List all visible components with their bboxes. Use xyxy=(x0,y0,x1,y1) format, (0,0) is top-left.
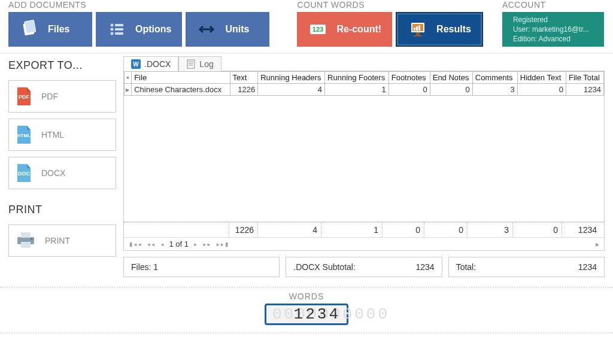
pdf-icon: PDF xyxy=(15,86,33,107)
cell-text: 1226 xyxy=(230,84,258,96)
table-header: ▪ File Text Running Headers Running Foot… xyxy=(125,72,604,84)
options-button[interactable]: Options xyxy=(96,12,182,47)
totals-row: 1226 4 1 0 0 3 0 1234 xyxy=(124,222,604,237)
log-icon xyxy=(186,59,196,69)
export-docx-button[interactable]: DOC DOCX xyxy=(8,157,116,189)
pager-next[interactable]: ▸ xyxy=(193,240,198,248)
account-panel[interactable]: Registered User: marketing16@tr... Editi… xyxy=(502,12,604,47)
files-button-label: Files xyxy=(48,24,69,35)
svg-rect-21 xyxy=(21,232,31,238)
tab-log[interactable]: Log xyxy=(178,56,221,71)
summary-total-label: Total: xyxy=(456,262,476,272)
pager-status: 1 of 1 xyxy=(169,239,189,248)
pager-prev-page[interactable]: ◂◂ xyxy=(147,240,155,248)
svg-point-23 xyxy=(31,238,33,239)
svg-text:W: W xyxy=(133,61,139,68)
counter-value: 1234 xyxy=(294,305,341,323)
cell-rf: 1 xyxy=(325,84,389,96)
recount-button[interactable]: 123 Re-count! xyxy=(297,12,392,47)
cell-en: 0 xyxy=(430,84,472,96)
pager-last[interactable]: ▸▸▮ xyxy=(216,240,229,248)
svg-rect-26 xyxy=(187,60,195,68)
cell-ht: 0 xyxy=(517,84,566,96)
presentation-icon xyxy=(408,19,428,40)
word-counter: 0000000000 1234 xyxy=(265,304,348,325)
cell-total: 1234 xyxy=(566,84,604,96)
cell-file: Chinese Characters.docx xyxy=(132,84,230,96)
svg-text:123: 123 xyxy=(312,26,323,33)
svg-rect-16 xyxy=(418,25,420,31)
export-pdf-button[interactable]: PDF PDF xyxy=(8,80,116,113)
pager-first[interactable]: ▮◂◂ xyxy=(129,240,142,248)
col-footnotes[interactable]: Footnotes xyxy=(389,72,430,84)
files-button[interactable]: Files xyxy=(8,12,92,47)
list-icon xyxy=(107,19,127,40)
print-button[interactable]: PRINT xyxy=(8,225,116,257)
results-button-label: Results xyxy=(436,24,471,35)
doc-icon: DOC xyxy=(15,163,33,183)
cell-fn: 0 xyxy=(389,84,430,96)
export-html-label: HTML xyxy=(41,130,64,139)
svg-text:PDF: PDF xyxy=(19,94,30,100)
account-user: User: marketing16@tr... xyxy=(513,25,589,34)
col-filetotal[interactable]: File Total xyxy=(566,72,604,84)
summary-subtotal: .DOCX Subtotal: 1234 xyxy=(286,257,442,277)
col-file[interactable]: File xyxy=(132,72,230,84)
row-indicator: ▸ xyxy=(125,84,132,96)
grid-pager: ▮◂◂ ◂◂ ◂ 1 of 1 ▸ ▸▸ ▸▸▮ ▸ xyxy=(124,237,604,250)
svg-rect-22 xyxy=(21,242,31,248)
account-edition: Edition: Advanced xyxy=(513,35,570,43)
svg-point-2 xyxy=(111,24,114,27)
svg-rect-1 xyxy=(25,20,36,33)
add-documents-label: ADD DOCUMENTS xyxy=(8,0,269,10)
results-button[interactable]: Results xyxy=(396,12,483,47)
svg-point-4 xyxy=(111,32,114,35)
summary-total: Total: 1234 xyxy=(448,257,605,277)
summary-subtotal-label: .DOCX Subtotal: xyxy=(293,262,356,272)
pager-prev[interactable]: ◂ xyxy=(160,240,164,248)
summary-total-value: 1234 xyxy=(578,262,597,272)
export-pdf-label: PDF xyxy=(41,92,58,101)
results-grid: ▪ File Text Running Headers Running Foot… xyxy=(123,71,605,251)
units-button[interactable]: Units xyxy=(186,12,269,47)
counter-icon: 123 xyxy=(308,19,328,40)
svg-rect-12 xyxy=(416,32,420,35)
col-text[interactable]: Text xyxy=(230,72,258,84)
col-comments[interactable]: Comments xyxy=(472,72,517,84)
svg-rect-7 xyxy=(115,32,123,35)
files-icon xyxy=(19,19,40,40)
word-icon: W xyxy=(131,59,141,69)
svg-text:HTML: HTML xyxy=(17,133,31,138)
export-html-button[interactable]: HTML HTML xyxy=(8,119,116,151)
count-words-label: COUNT WORDS xyxy=(297,0,482,10)
svg-rect-13 xyxy=(414,35,422,37)
svg-text:DOC: DOC xyxy=(18,171,31,177)
export-docx-label: DOCX xyxy=(41,168,65,178)
scroll-right[interactable]: ▸ xyxy=(596,240,599,248)
svg-rect-5 xyxy=(115,24,123,26)
units-button-label: Units xyxy=(225,24,249,35)
print-title: PRINT xyxy=(8,204,116,216)
account-label: ACCOUNT xyxy=(502,0,604,10)
row-selector-header[interactable]: ▪ xyxy=(125,72,132,84)
col-endnotes[interactable]: End Notes xyxy=(430,72,472,84)
pager-next-page[interactable]: ▸▸ xyxy=(202,240,211,248)
printer-icon xyxy=(15,230,37,252)
svg-point-3 xyxy=(111,28,114,31)
words-label: WORDS xyxy=(289,292,324,301)
summary-files: Files: 1 xyxy=(123,257,280,277)
tab-docx[interactable]: W .DOCX xyxy=(123,56,178,71)
units-icon xyxy=(196,19,217,40)
summary-subtotal-value: 1234 xyxy=(416,262,435,272)
cell-cm: 3 xyxy=(472,84,517,96)
col-rh[interactable]: Running Headers xyxy=(258,72,325,84)
table-row[interactable]: ▸ Chinese Characters.docx 1226 4 1 0 0 3… xyxy=(125,84,604,96)
svg-rect-14 xyxy=(414,28,415,31)
tab-log-label: Log xyxy=(199,59,213,69)
html-icon: HTML xyxy=(15,125,33,145)
export-title: EXPORT TO... xyxy=(8,59,116,72)
svg-rect-15 xyxy=(416,26,418,31)
col-rf[interactable]: Running Footers xyxy=(325,72,389,84)
account-registered: Registered xyxy=(513,16,548,24)
col-hiddentext[interactable]: Hidden Text xyxy=(517,72,566,84)
